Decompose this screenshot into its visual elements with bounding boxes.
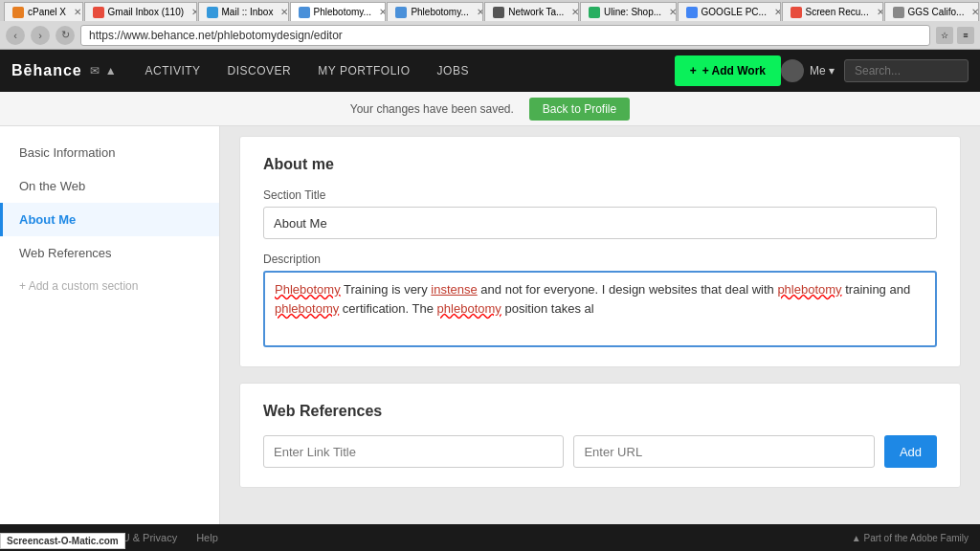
tab-ggs[interactable]: GGS Califo... ✕ bbox=[884, 2, 979, 21]
nav-links: ACTIVITY DISCOVER MY PORTFOLIO JoBs bbox=[132, 50, 675, 92]
user-icon[interactable]: ▲ bbox=[105, 64, 117, 77]
help-link[interactable]: Help bbox=[196, 532, 218, 543]
plus-icon: + bbox=[690, 64, 697, 77]
watermark-label: Screencast-O-Matic.com bbox=[0, 533, 125, 549]
description-label: Description bbox=[263, 253, 937, 266]
user-avatar bbox=[781, 59, 804, 82]
forward-button[interactable]: › bbox=[31, 26, 50, 45]
tab-close[interactable]: ✕ bbox=[191, 7, 196, 17]
tab-label: Phlebotomy... bbox=[411, 7, 468, 17]
add-work-button[interactable]: + + Add Work bbox=[675, 55, 781, 86]
sidebar-label: Basic Information bbox=[19, 145, 115, 160]
save-bar: Your changes have been saved. Back to Pr… bbox=[0, 92, 980, 126]
tab-favicon bbox=[207, 7, 218, 18]
web-references-heading: Web References bbox=[263, 403, 937, 420]
footer: More Behance ▾ TOU & Privacy Help ▲ Part… bbox=[0, 524, 980, 551]
tab-close[interactable]: ✕ bbox=[379, 7, 386, 17]
sidebar-label: About Me bbox=[19, 212, 76, 227]
star-icon[interactable]: ☆ bbox=[936, 27, 953, 44]
browser-actions: ☆ ≡ bbox=[936, 27, 974, 44]
text-instense: instense bbox=[431, 282, 477, 297]
browser-bar: ‹ › ↻ https://www.behance.net/phlebotomy… bbox=[0, 21, 980, 50]
add-work-label: + Add Work bbox=[702, 64, 766, 77]
tab-network[interactable]: Network Ta... ✕ bbox=[484, 2, 579, 21]
tab-cpanel[interactable]: cPanel X ✕ bbox=[4, 2, 83, 21]
tab-label: Gmail Inbox (110) bbox=[108, 7, 184, 17]
tab-close[interactable]: ✕ bbox=[971, 7, 979, 17]
me-label: Me ▾ bbox=[810, 64, 835, 77]
settings-icon[interactable]: ≡ bbox=[957, 27, 974, 44]
nav-jobs[interactable]: JoBs bbox=[424, 50, 482, 92]
behance-nav: Bēhance ✉ ▲ ACTIVITY DISCOVER MY PORTFOL… bbox=[0, 50, 980, 92]
tab-phlebotomy-active[interactable]: Phlebotomy... ✕ bbox=[290, 2, 387, 21]
tab-favicon bbox=[493, 7, 504, 18]
tab-close[interactable]: ✕ bbox=[669, 7, 676, 17]
web-references-card: Web References Add bbox=[239, 383, 961, 488]
add-web-ref-button[interactable]: Add bbox=[884, 435, 937, 468]
tab-label: Network Ta... bbox=[508, 7, 564, 17]
save-message: Your changes have been saved. bbox=[350, 102, 514, 116]
tab-google[interactable]: GOOGLE PC... ✕ bbox=[678, 2, 781, 21]
tab-label: Phlebotomy... bbox=[314, 7, 371, 17]
footer-right: ▲ Part of the Adobe Family bbox=[852, 533, 969, 543]
tab-favicon bbox=[686, 7, 698, 18]
link-title-input[interactable] bbox=[263, 435, 564, 468]
tab-label: Screen Recu... bbox=[806, 7, 869, 17]
tab-mail[interactable]: Mail :: Inbox ✕ bbox=[198, 2, 289, 21]
nav-user[interactable]: Me ▾ bbox=[781, 59, 835, 82]
sidebar-item-web-references[interactable]: Web References bbox=[0, 236, 219, 270]
add-custom-section[interactable]: + Add a custom section bbox=[0, 270, 219, 302]
tab-close[interactable]: ✕ bbox=[280, 7, 288, 17]
reload-button[interactable]: ↻ bbox=[56, 26, 75, 45]
web-ref-row: Add bbox=[263, 435, 937, 468]
back-button[interactable]: ‹ bbox=[6, 26, 25, 45]
tab-gmail[interactable]: Gmail Inbox (110) ✕ bbox=[84, 2, 197, 21]
tab-label: Uline: Shop... bbox=[604, 7, 661, 17]
nav-right: Me ▾ bbox=[781, 59, 969, 82]
nav-discover[interactable]: DISCOVER bbox=[214, 50, 305, 92]
tab-favicon bbox=[395, 7, 407, 18]
tab-label: cPanel X bbox=[28, 7, 66, 17]
sidebar-item-basic-information[interactable]: Basic Information bbox=[0, 136, 219, 169]
tab-favicon bbox=[93, 7, 104, 18]
tab-close[interactable]: ✕ bbox=[774, 7, 781, 17]
main-content: Basic Information On the Web About Me We… bbox=[0, 126, 980, 524]
sidebar-item-on-the-web[interactable]: On the Web bbox=[0, 169, 219, 203]
mail-icon[interactable]: ✉ bbox=[90, 64, 100, 77]
text-phlebotomy-2: phlebotomy bbox=[777, 282, 841, 297]
sidebar-item-about-me[interactable]: About Me bbox=[0, 203, 219, 236]
tab-close[interactable]: ✕ bbox=[877, 7, 883, 17]
section-title-input[interactable] bbox=[263, 207, 937, 239]
nav-icons: ✉ ▲ bbox=[90, 64, 117, 77]
tab-favicon bbox=[589, 7, 600, 18]
tab-label: GGS Califo... bbox=[908, 7, 965, 17]
tab-screen[interactable]: Screen Recu... ✕ bbox=[782, 2, 883, 21]
nav-my-portfolio[interactable]: MY PORTFOLIO bbox=[304, 50, 423, 92]
url-text: https://www.behance.net/phlebotomydesign… bbox=[89, 29, 343, 42]
nav-activity[interactable]: ACTIVITY bbox=[132, 50, 214, 92]
tab-close[interactable]: ✕ bbox=[74, 7, 81, 17]
sidebar-label: On the Web bbox=[19, 179, 85, 193]
address-bar[interactable]: https://www.behance.net/phlebotomydesign… bbox=[80, 25, 930, 46]
tab-favicon bbox=[791, 7, 802, 18]
sidebar: Basic Information On the Web About Me We… bbox=[0, 126, 220, 524]
tab-label: Mail :: Inbox bbox=[222, 7, 274, 17]
tab-close[interactable]: ✕ bbox=[477, 7, 483, 17]
section-title-label: Section Title bbox=[263, 188, 937, 202]
url-input[interactable] bbox=[573, 435, 874, 468]
text-phlebotomy-1: Phlebotomy bbox=[275, 282, 341, 297]
tab-favicon bbox=[12, 7, 24, 18]
tab-uline[interactable]: Uline: Shop... ✕ bbox=[580, 2, 677, 21]
back-to-profile-button[interactable]: Back to Profile bbox=[529, 98, 630, 121]
tab-close[interactable]: ✕ bbox=[571, 7, 579, 17]
behance-logo: Bēhance bbox=[11, 62, 82, 79]
search-input[interactable] bbox=[844, 59, 969, 82]
about-me-heading: About me bbox=[263, 156, 937, 173]
description-textarea[interactable]: Phlebotomy Training is very instense and… bbox=[263, 271, 937, 347]
text-phlebotomy-4: phlebotomy bbox=[437, 301, 501, 316]
sidebar-label: Web References bbox=[19, 246, 112, 260]
tab-favicon bbox=[893, 7, 904, 18]
adobe-logo: ▲ Part of the Adobe Family bbox=[852, 533, 969, 543]
about-me-card: About me Section Title Description Phleb… bbox=[239, 136, 961, 367]
tab-phlebotomy2[interactable]: Phlebotomy... ✕ bbox=[387, 2, 483, 21]
